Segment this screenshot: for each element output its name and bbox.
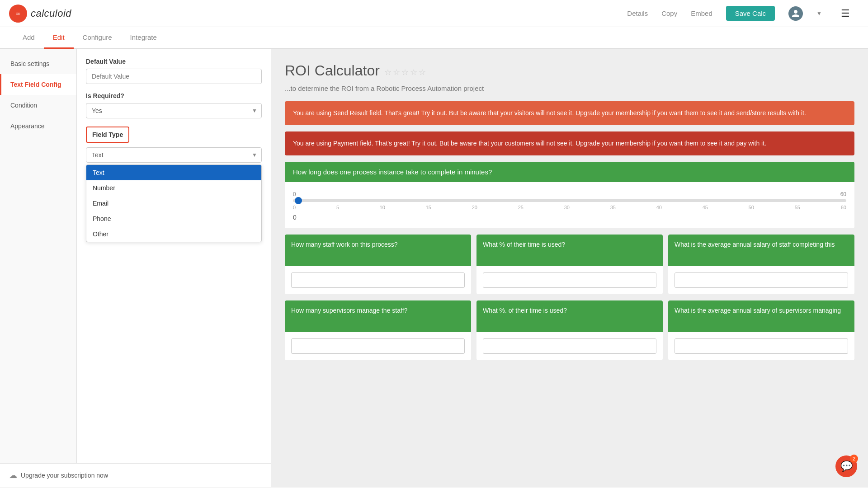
card-supervisor-time-input[interactable] [483,338,656,354]
star-3[interactable]: ☆ [401,67,409,77]
card-supervisors-input[interactable] [291,338,465,354]
left-sidebar: Basic settings Text Field Config Conditi… [0,49,271,487]
upload-icon: ☁ [9,470,17,480]
card-staff-input[interactable] [291,272,465,288]
user-dropdown-arrow: ▼ [816,10,822,17]
header: ∞ calculoid Details Copy Embed Save Calc… [0,0,868,27]
card-supervisor-salary-input-wrap [668,332,854,360]
nav-embed[interactable]: Embed [691,9,712,17]
upgrade-label: Upgrade your subscription now [21,472,108,479]
logo-text: calculoid [31,8,71,19]
dropdown-option-other[interactable]: Other [86,226,261,242]
star-rating: ☆ ☆ ☆ ☆ ☆ [384,67,426,77]
hamburger-menu[interactable]: ☰ [841,8,850,19]
slider-min-label: 0 [293,191,296,197]
star-4[interactable]: ☆ [410,67,417,77]
card-time-header: What % of their time is used? [476,235,663,266]
card-staff: How many staff work on this process? [285,235,471,294]
nav-details[interactable]: Details [627,9,648,17]
sidebar-item-appearance[interactable]: Appearance [0,116,76,136]
dropdown-option-email[interactable]: Email [86,196,261,211]
slider-ticks: 0 5 10 15 20 25 30 35 40 45 50 55 60 [293,205,846,210]
slider-max-label: 60 [840,191,846,197]
star-5[interactable]: ☆ [419,67,426,77]
tab-add[interactable]: Add [14,27,44,49]
chat-icon: 💬 [840,460,853,472]
card-supervisor-salary-header: What is the average annual salary of sup… [668,300,854,332]
upgrade-bar[interactable]: ☁ Upgrade your subscription now [0,463,271,487]
config-panel: Default Value Is Required? Yes No ▼ Fiel… [77,49,271,463]
tab-integrate[interactable]: Integrate [121,27,166,49]
is-required-select-wrapper: Yes No ▼ [86,103,262,118]
card-supervisors-header: How many supervisors manage the staff? [285,300,471,332]
alert-payment: You are using Payment field. That's grea… [285,131,854,155]
cards-row-2: How many supervisors manage the staff? W… [285,300,854,360]
default-value-input[interactable] [86,69,262,84]
question1-bar: How long does one process instance take … [285,162,854,182]
card-supervisor-salary: What is the average annual salary of sup… [668,300,854,360]
user-avatar[interactable] [788,6,803,21]
sidebar-nav: Basic settings Text Field Config Conditi… [0,49,77,463]
calc-subtitle: ...to determine the ROI from a Robotic P… [285,84,854,92]
field-type-select-wrapper: Text ▼ [86,147,262,163]
field-type-dropdown: Text Number Email Phone Other [86,164,262,242]
dropdown-option-text[interactable]: Text [86,165,261,180]
card-supervisors-input-wrap [285,332,471,360]
dropdown-option-phone[interactable]: Phone [86,211,261,226]
slider-value: 0 [293,214,846,221]
card-supervisor-time-input-wrap [476,332,663,360]
card-staff-header: How many staff work on this process? [285,235,471,266]
svg-text:∞: ∞ [16,10,20,17]
card-time: What % of their time is used? [476,235,663,294]
main-layout: Basic settings Text Field Config Conditi… [0,49,868,487]
slider-labels: 0 60 [293,191,846,197]
slider-track [293,199,846,202]
chat-badge: 2 [850,455,858,463]
field-type-label: Field Type [86,127,129,143]
header-nav: Details Copy Embed Save Calc ▼ ☰ [627,6,850,21]
nav-copy[interactable]: Copy [661,9,677,17]
is-required-label: Is Required? [86,92,262,99]
card-supervisor-time-header: What %. of their time is used? [476,300,663,332]
default-value-label: Default Value [86,58,262,65]
left-content-wrapper: Basic settings Text Field Config Conditi… [0,49,271,463]
slider-thumb[interactable] [295,197,302,204]
logo-icon: ∞ [9,5,27,23]
star-2[interactable]: ☆ [393,67,400,77]
calc-title: ROI Calculator [285,62,380,79]
star-1[interactable]: ☆ [384,67,392,77]
is-required-select[interactable]: Yes No [86,103,262,118]
sub-nav: Add Edit Configure Integrate [0,27,868,49]
card-staff-input-wrap [285,266,471,294]
sidebar-item-basic-settings[interactable]: Basic settings [0,53,76,74]
calc-title-row: ROI Calculator ☆ ☆ ☆ ☆ ☆ [285,62,854,82]
card-supervisors: How many supervisors manage the staff? [285,300,471,360]
save-calc-button[interactable]: Save Calc [726,6,775,21]
card-time-input[interactable] [483,272,656,288]
preview-panel: ROI Calculator ☆ ☆ ☆ ☆ ☆ ...to determine… [271,49,868,487]
field-type-select[interactable]: Text [86,147,262,163]
cards-row-1: How many staff work on this process? Wha… [285,235,854,294]
dropdown-option-number[interactable]: Number [86,180,261,196]
card-supervisor-time: What %. of their time is used? [476,300,663,360]
tab-configure[interactable]: Configure [74,27,121,49]
card-salary-input[interactable] [675,272,848,288]
sidebar-item-condition[interactable]: Condition [0,95,76,116]
sidebar-item-text-field-config[interactable]: Text Field Config [0,74,76,95]
alert-send-result: You are using Send Result field. That's … [285,101,854,125]
card-salary-input-wrap [668,266,854,294]
slider-container: 0 60 0 5 10 15 20 25 30 35 40 45 50 55 6… [285,182,854,228]
card-time-input-wrap [476,266,663,294]
tab-edit[interactable]: Edit [44,27,74,49]
card-supervisor-salary-input[interactable] [675,338,848,354]
logo[interactable]: ∞ calculoid [9,5,71,23]
chat-bubble[interactable]: 💬 2 [835,455,857,477]
card-salary: What is the average annual salary of sta… [668,235,854,294]
card-salary-header: What is the average annual salary of sta… [668,235,854,266]
